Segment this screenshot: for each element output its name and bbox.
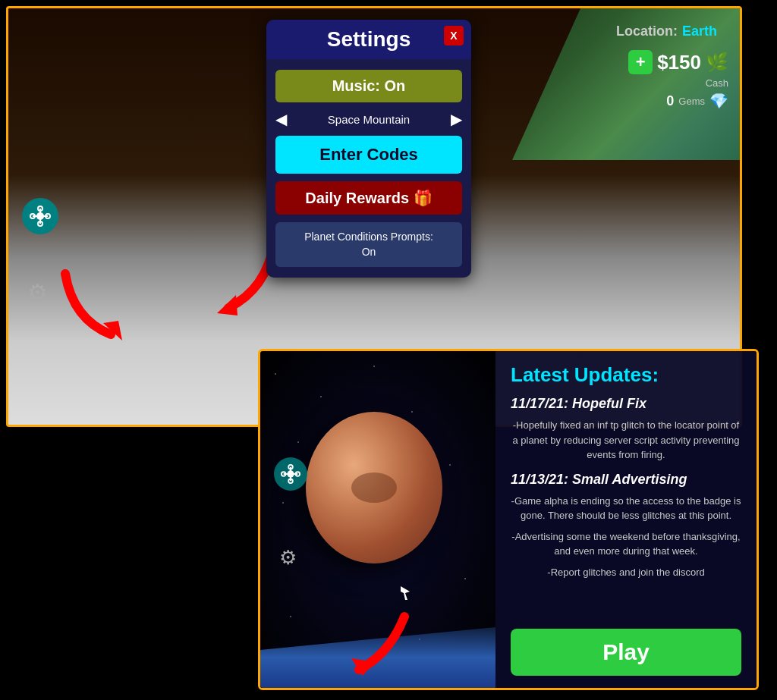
- gear-icon: ⚙: [27, 279, 48, 306]
- settings-body: Music: On ◀ Space Mountain ▶ Enter Codes…: [266, 59, 471, 278]
- gems-row: 0 Gems 💎: [666, 92, 728, 110]
- space-drone-icon-button[interactable]: [274, 457, 307, 491]
- play-button[interactable]: Play: [511, 629, 741, 676]
- update-2-text-3: -Report glitches and join the discord: [511, 565, 741, 580]
- svg-point-0: [36, 212, 44, 220]
- next-track-button[interactable]: ▶: [451, 110, 462, 128]
- music-toggle-button[interactable]: Music: On: [275, 70, 462, 102]
- svg-marker-10: [217, 295, 238, 315]
- cash-label: Cash: [706, 77, 728, 89]
- daily-rewards-button[interactable]: Daily Rewards 🎁: [275, 181, 462, 215]
- settings-title: Settings: [327, 27, 411, 51]
- space-scene: ⚙: [260, 351, 495, 688]
- gems-amount: 0: [666, 93, 674, 109]
- track-name: Space Mountain: [293, 113, 445, 126]
- update-2-text-1: -Game alpha is ending so the access to t…: [511, 494, 741, 523]
- cash-amount: $150: [657, 51, 701, 74]
- update-1-text: -Hopefully fixed an inf tp glitch to the…: [511, 418, 741, 463]
- settings-close-button[interactable]: X: [444, 26, 464, 46]
- update-1-date: 11/17/21: Hopeful Fix: [511, 396, 741, 412]
- update-2-date: 11/13/21: Small Advertising: [511, 472, 741, 488]
- cash-row: + $150 🌿: [628, 50, 728, 74]
- drone-icon-button[interactable]: [22, 198, 58, 234]
- svg-marker-20: [401, 586, 410, 600]
- cursor-indicator: [401, 586, 410, 603]
- updates-panel: Latest Updates: 11/17/21: Hopeful Fix -H…: [495, 351, 757, 688]
- currency-display: + $150 🌿 Cash 0 Gems 💎: [628, 50, 728, 110]
- planet-conditions-button[interactable]: Planet Conditions Prompts:On: [275, 222, 462, 267]
- mars-planet: [306, 412, 442, 563]
- update-2-text-2: -Advertising some the weekend before tha…: [511, 529, 741, 559]
- svg-marker-9: [103, 321, 122, 341]
- space-ground: [260, 612, 495, 688]
- location-value: Earth: [682, 24, 717, 39]
- space-drone-svg: [281, 464, 300, 484]
- gem-icon: 💎: [709, 92, 728, 110]
- enter-codes-button[interactable]: Enter Codes: [275, 136, 462, 174]
- settings-modal: Settings X Music: On ◀ Space Mountain ▶ …: [266, 20, 471, 278]
- bottom-panel: ⚙ Latest Updates: 11/17/21: Hopeful Fix …: [258, 349, 759, 690]
- updates-title: Latest Updates:: [511, 363, 741, 387]
- location-label: Location:: [616, 24, 678, 39]
- space-gear-icon-button[interactable]: ⚙: [271, 541, 304, 574]
- add-cash-button[interactable]: +: [628, 50, 653, 74]
- left-red-arrow: [50, 259, 164, 353]
- settings-header: Settings X: [266, 20, 471, 59]
- svg-point-11: [287, 470, 294, 477]
- cash-icon: 🌿: [706, 52, 728, 73]
- location-badge: Location: Earth: [616, 24, 717, 39]
- planet-conditions-label: Planet Conditions Prompts:On: [304, 231, 433, 258]
- drone-svg: [30, 206, 51, 227]
- space-gear-icon: ⚙: [279, 546, 297, 570]
- gear-icon-button[interactable]: ⚙: [19, 274, 55, 310]
- track-selector: ◀ Space Mountain ▶: [275, 110, 462, 128]
- gems-label: Gems: [678, 96, 705, 107]
- prev-track-button[interactable]: ◀: [275, 110, 287, 128]
